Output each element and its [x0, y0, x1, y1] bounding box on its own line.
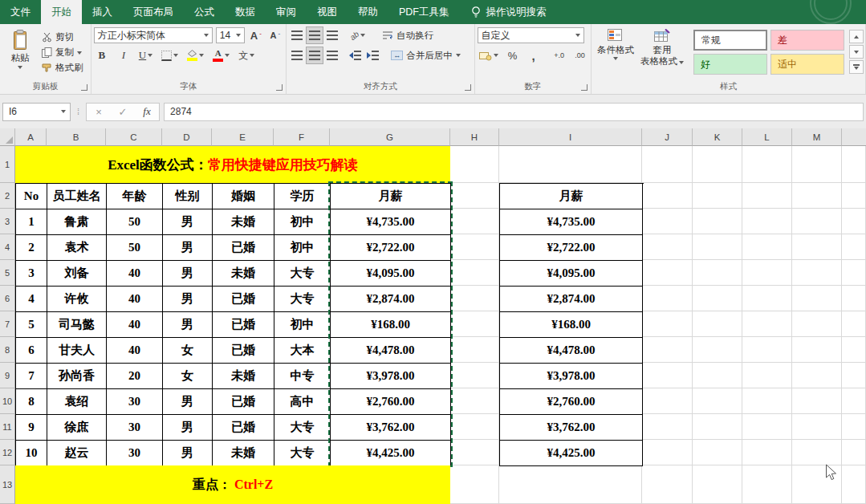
salary-copy-cell[interactable]: ¥4,735.00 [500, 209, 643, 235]
column-header-M[interactable]: M [792, 128, 842, 146]
grid-cell[interactable] [450, 465, 499, 504]
salary-copy-header-cell[interactable]: 月薪 [500, 184, 643, 209]
alignment-dialog-launcher-icon[interactable] [465, 84, 471, 91]
merge-center-button[interactable]: ↔ 合并后居中 [388, 48, 463, 63]
column-header-J[interactable]: J [642, 128, 693, 146]
salary-copy-cell[interactable]: ¥4,478.00 [500, 338, 643, 364]
table-cell[interactable]: ¥168.00 [331, 312, 451, 338]
bottom-align-button[interactable] [324, 27, 340, 43]
row-header-10[interactable]: 10 [0, 388, 15, 414]
decrease-indent-button[interactable] [347, 47, 363, 63]
align-center-button[interactable] [307, 47, 323, 63]
table-cell[interactable]: 男 [163, 287, 213, 312]
grid-cell[interactable] [642, 337, 693, 363]
grid-cell[interactable] [693, 465, 742, 504]
table-cell[interactable]: ¥2,760.00 [331, 389, 451, 415]
salary-copy-cell[interactable]: ¥2,722.00 [500, 235, 643, 261]
font-dialog-launcher-icon[interactable] [276, 84, 283, 91]
grid-cell[interactable] [450, 260, 499, 286]
table-cell[interactable]: 50 [107, 235, 163, 261]
gallery-scroll-down-button[interactable] [849, 45, 864, 59]
table-cell[interactable]: 40 [107, 287, 163, 312]
column-header-L[interactable]: L [742, 128, 792, 146]
grid-cell[interactable] [642, 311, 693, 337]
underline-button[interactable]: U [137, 47, 154, 63]
table-cell[interactable]: 孙尚香 [47, 364, 107, 389]
cut-button[interactable]: 剪切 [39, 30, 86, 45]
grid-cell[interactable] [693, 209, 742, 234]
table-header-cell[interactable]: 学历 [274, 184, 331, 209]
table-cell[interactable]: ¥4,095.00 [331, 261, 451, 287]
select-all-corner[interactable] [0, 128, 15, 146]
salary-copy-cell[interactable]: ¥3,978.00 [500, 364, 643, 389]
grid-cell[interactable] [742, 440, 792, 465]
grid-cell[interactable] [842, 440, 866, 465]
grid-cell[interactable] [499, 465, 642, 504]
grid-cell[interactable] [792, 260, 842, 286]
grid-cell[interactable] [842, 388, 866, 414]
grid-cell[interactable] [742, 260, 792, 286]
menu-tab-home[interactable]: 开始 [41, 0, 82, 24]
decrease-decimal-button[interactable]: .00 [572, 47, 588, 63]
cell-style-常规[interactable]: 常规 [693, 30, 767, 51]
row-header-9[interactable]: 9 [0, 363, 15, 388]
table-cell[interactable]: 初中 [274, 312, 331, 338]
row-header-3[interactable]: 3 [0, 209, 15, 234]
number-format-combo[interactable]: 自定义 [478, 27, 584, 43]
column-header-B[interactable]: B [47, 128, 106, 146]
menu-tab-pdf-tools[interactable]: PDF工具集 [388, 0, 460, 24]
grid-cell[interactable] [842, 260, 866, 286]
table-cell[interactable]: 10 [16, 441, 47, 466]
table-cell[interactable]: 8 [16, 389, 47, 415]
table-cell[interactable]: 未婚 [213, 261, 274, 287]
grid-cell[interactable] [450, 286, 499, 311]
font-size-combo[interactable]: 14 [216, 27, 245, 43]
table-cell[interactable]: 男 [163, 415, 213, 441]
grid-cell[interactable] [450, 234, 499, 260]
format-as-table-button[interactable]: 套用 表格格式 [637, 27, 687, 67]
table-cell[interactable]: 2 [16, 235, 47, 261]
grow-font-button[interactable]: Aˆ [248, 27, 264, 43]
row-header-4[interactable]: 4 [0, 234, 15, 260]
table-cell[interactable]: 男 [163, 261, 213, 287]
table-cell[interactable]: 已婚 [213, 389, 274, 415]
grid-cell[interactable] [842, 465, 866, 504]
table-cell[interactable]: 甘夫人 [47, 338, 107, 364]
row-header-12[interactable]: 12 [0, 440, 15, 465]
grid-cell[interactable] [742, 234, 792, 260]
table-cell[interactable]: 50 [107, 209, 163, 235]
grid-cell[interactable] [693, 234, 742, 260]
table-cell[interactable]: ¥4,425.00 [331, 441, 451, 466]
row-header-11[interactable]: 11 [0, 414, 15, 440]
title-merged-cell[interactable]: Excel函数公式：常用快捷键应用技巧解读 [15, 146, 450, 183]
table-cell[interactable]: 已婚 [213, 415, 274, 441]
table-cell[interactable]: 男 [163, 312, 213, 338]
grid-cell[interactable] [792, 286, 842, 311]
salary-copy-cell[interactable]: ¥168.00 [500, 312, 643, 338]
grid-cell[interactable] [792, 209, 842, 234]
table-cell[interactable]: 鲁肃 [47, 209, 107, 235]
table-cell[interactable]: 司马懿 [47, 312, 107, 338]
footer-merged-cell[interactable]: 重点： Ctrl+Z [15, 465, 450, 504]
table-cell[interactable]: 初中 [274, 209, 331, 235]
table-cell[interactable]: ¥4,735.00 [331, 209, 451, 235]
table-cell[interactable]: 男 [163, 389, 213, 415]
menu-tab-help[interactable]: 帮助 [348, 0, 388, 24]
column-header-H[interactable]: H [450, 128, 499, 146]
table-cell[interactable]: 3 [16, 261, 47, 287]
table-cell[interactable]: 30 [107, 415, 163, 441]
table-cell[interactable]: 1 [16, 209, 47, 235]
grid-cell[interactable] [742, 388, 792, 414]
table-cell[interactable]: 赵云 [47, 441, 107, 466]
orientation-button[interactable]: ab [348, 27, 367, 43]
row-header-5[interactable]: 5 [0, 260, 15, 286]
table-cell[interactable]: 未婚 [213, 441, 274, 466]
grid-cell[interactable] [693, 440, 742, 465]
table-cell[interactable]: 已婚 [213, 235, 274, 261]
menu-tab-formulas[interactable]: 公式 [184, 0, 225, 24]
table-cell[interactable]: 男 [163, 209, 213, 235]
formula-bar-drag-handle[interactable]: ⁞ [77, 108, 79, 116]
menu-tab-review[interactable]: 审阅 [266, 0, 307, 24]
fill-color-button[interactable] [185, 47, 205, 63]
wrap-text-button[interactable]: 自动换行 [380, 28, 436, 43]
